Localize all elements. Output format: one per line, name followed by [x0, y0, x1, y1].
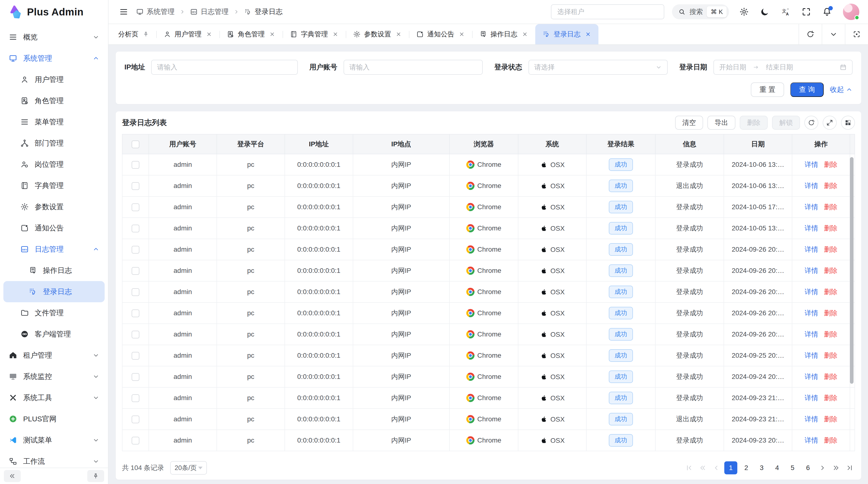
- content-fullscreen-button[interactable]: [845, 24, 868, 44]
- collapse-sidebar-button[interactable]: [4, 470, 21, 482]
- page-number[interactable]: 2: [740, 461, 753, 474]
- detail-link[interactable]: 详情: [805, 181, 818, 190]
- tab-operation-log[interactable]: 操作日志: [472, 24, 535, 44]
- detail-link[interactable]: 详情: [805, 309, 818, 318]
- delete-link[interactable]: 删除: [824, 372, 837, 381]
- delete-link[interactable]: 删除: [824, 181, 837, 190]
- row-checkbox[interactable]: [132, 310, 140, 317]
- sidebar-item-dept-management[interactable]: 部门管理: [3, 133, 105, 154]
- detail-link[interactable]: 详情: [805, 224, 818, 233]
- row-checkbox[interactable]: [132, 203, 140, 211]
- export-button[interactable]: 导出: [707, 116, 735, 130]
- page-size-select[interactable]: 20条/页: [170, 461, 207, 475]
- delete-link[interactable]: 删除: [824, 245, 837, 254]
- notifications-button[interactable]: [822, 7, 832, 17]
- table-fullscreen-button[interactable]: [823, 116, 837, 130]
- row-checkbox[interactable]: [132, 373, 140, 381]
- sidebar-item-dict-management[interactable]: 字典管理: [3, 175, 105, 196]
- delete-link[interactable]: 删除: [824, 415, 837, 424]
- detail-link[interactable]: 详情: [805, 436, 818, 445]
- page-number[interactable]: 6: [802, 461, 814, 474]
- row-checkbox[interactable]: [132, 288, 140, 296]
- row-checkbox[interactable]: [132, 161, 140, 169]
- language-button[interactable]: [781, 7, 790, 17]
- dark-mode-button[interactable]: [760, 7, 770, 17]
- tab-menu-button[interactable]: [822, 24, 845, 44]
- delete-link[interactable]: 删除: [824, 266, 837, 275]
- tab-role-management[interactable]: 角色管理: [219, 24, 283, 44]
- sidebar-item-client-management[interactable]: 客户端管理: [3, 323, 105, 345]
- next-page-button[interactable]: [817, 462, 828, 474]
- column-settings-button[interactable]: [841, 116, 855, 130]
- row-checkbox[interactable]: [132, 352, 140, 360]
- close-icon[interactable]: [585, 31, 591, 37]
- pin-sidebar-button[interactable]: [87, 470, 104, 482]
- close-icon[interactable]: [459, 31, 465, 37]
- close-icon[interactable]: [269, 31, 275, 37]
- row-checkbox[interactable]: [132, 331, 140, 338]
- delete-link[interactable]: 删除: [824, 330, 837, 339]
- tab-analysis[interactable]: 分析页: [111, 24, 156, 44]
- row-checkbox[interactable]: [132, 394, 140, 402]
- detail-link[interactable]: 详情: [805, 330, 818, 339]
- hamburger-icon[interactable]: [119, 7, 128, 17]
- jump-back-button[interactable]: [697, 462, 708, 474]
- date-range-picker[interactable]: 开始日期 结束日期: [713, 60, 852, 75]
- jump-forward-button[interactable]: [830, 462, 841, 474]
- row-checkbox[interactable]: [132, 416, 140, 423]
- sidebar-item-operation-log[interactable]: 操作日志: [3, 260, 105, 281]
- detail-link[interactable]: 详情: [805, 202, 818, 212]
- settings-button[interactable]: [739, 7, 749, 17]
- pin-icon[interactable]: [143, 31, 149, 37]
- page-number[interactable]: 1: [724, 461, 737, 474]
- last-page-button[interactable]: [844, 462, 855, 474]
- sidebar-item-plus-website[interactable]: PLUS官网: [3, 408, 105, 429]
- first-page-button[interactable]: [684, 462, 695, 474]
- sidebar-item-post-management[interactable]: 岗位管理: [3, 154, 105, 175]
- breadcrumb-system-management[interactable]: 系统管理: [136, 7, 175, 17]
- detail-link[interactable]: 详情: [805, 393, 818, 402]
- page-number[interactable]: 5: [786, 461, 799, 474]
- close-icon[interactable]: [396, 31, 402, 37]
- row-checkbox[interactable]: [132, 182, 140, 190]
- delete-link[interactable]: 删除: [824, 224, 837, 233]
- close-icon[interactable]: [332, 31, 339, 37]
- sidebar-item-file-management[interactable]: 文件管理: [3, 302, 105, 323]
- detail-link[interactable]: 详情: [805, 266, 818, 275]
- detail-link[interactable]: 详情: [805, 160, 818, 169]
- sidebar-item-menu-management[interactable]: 菜单管理: [3, 111, 105, 133]
- sidebar-item-param-settings[interactable]: 参数设置: [3, 196, 105, 218]
- delete-link[interactable]: 删除: [824, 436, 837, 445]
- page-number[interactable]: 4: [771, 461, 784, 474]
- tab-login-log[interactable]: 登录日志: [535, 24, 598, 44]
- breadcrumb-login-log[interactable]: 登录日志: [244, 7, 283, 17]
- sidebar-item-tenant-management[interactable]: 租户管理: [3, 345, 105, 366]
- sidebar-item-log-management[interactable]: 日志管理: [3, 238, 105, 260]
- delete-link[interactable]: 删除: [824, 393, 837, 402]
- detail-link[interactable]: 详情: [805, 372, 818, 381]
- tenant-select-input[interactable]: 选择租户: [551, 4, 664, 19]
- tab-param-settings[interactable]: 参数设置: [346, 24, 409, 44]
- sidebar-item-user-management[interactable]: 用户管理: [3, 69, 105, 90]
- close-icon[interactable]: [206, 31, 212, 37]
- tab-user-management[interactable]: 用户管理: [156, 24, 219, 44]
- detail-link[interactable]: 详情: [805, 287, 818, 296]
- sidebar-item-login-log[interactable]: 登录日志: [3, 281, 105, 302]
- search-button[interactable]: 查 询: [790, 83, 824, 97]
- delete-link[interactable]: 删除: [824, 309, 837, 318]
- row-checkbox[interactable]: [132, 267, 140, 275]
- delete-link[interactable]: 删除: [824, 287, 837, 296]
- refresh-table-button[interactable]: [804, 116, 818, 130]
- sidebar-item-overview[interactable]: 概览: [3, 27, 105, 48]
- delete-link[interactable]: 删除: [824, 351, 837, 360]
- reset-button[interactable]: 重 置: [751, 83, 784, 97]
- close-icon[interactable]: [522, 31, 528, 37]
- tab-dict-management[interactable]: 字典管理: [283, 24, 346, 44]
- avatar[interactable]: [843, 4, 859, 20]
- sidebar-item-notice[interactable]: 通知公告: [3, 218, 105, 238]
- prev-page-button[interactable]: [711, 462, 722, 474]
- ip-input[interactable]: 请输入: [151, 60, 298, 75]
- detail-link[interactable]: 详情: [805, 245, 818, 254]
- delete-button[interactable]: 删除: [740, 116, 768, 130]
- breadcrumb-log-management[interactable]: 日志管理: [190, 7, 228, 17]
